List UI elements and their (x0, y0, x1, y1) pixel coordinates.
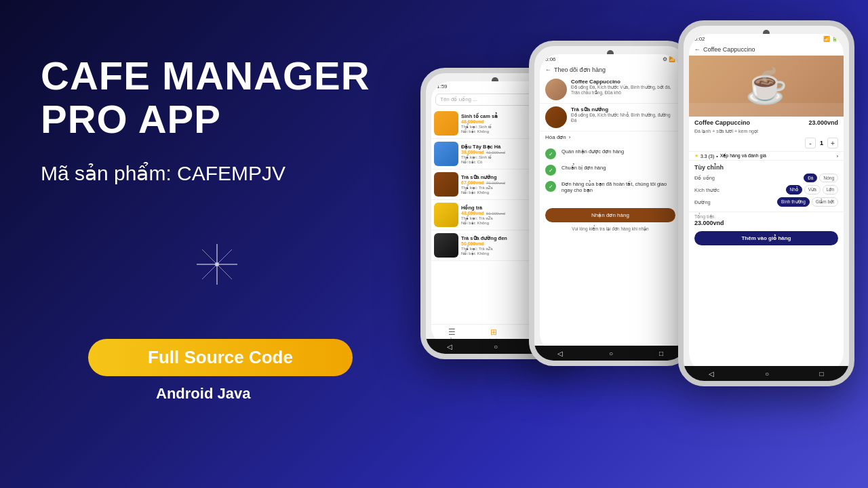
android-back[interactable]: ◁ (447, 343, 452, 350)
product-code: Mã sản phẩm: CAFEMPJV (41, 161, 420, 185)
coffee-image: ☕ (689, 56, 844, 117)
menu-item-4-price: 48.000vnd (461, 211, 484, 216)
detail-title-row: Coffee Cappuccino 23.000vnd (689, 117, 844, 129)
kich-thuoc-row: Kích thước Nhỏ Vừa Lớn (694, 185, 838, 195)
step-3-text: Đơn hàng của bạn đã hoàn tất, chúng tôi … (561, 181, 675, 193)
phone3-header: ← Coffee Cappuccino (689, 43, 844, 56)
cta-label: Full Source Code (148, 347, 293, 368)
opt-giam-bot[interactable]: Giảm bớt (812, 197, 838, 207)
the-loai-icon: ☰ (448, 327, 456, 337)
add-to-cart-button[interactable]: Thêm vào giỏ hàng (694, 231, 838, 245)
step-2-dot: ✓ (545, 165, 556, 176)
phone2-mockup: 5:06 ⚙ 📶 ← Theo dõi đơn hàng Coffee Capp… (529, 41, 692, 366)
android-home[interactable]: ○ (494, 343, 498, 350)
order-item-1-text: Coffee Cappuccino Đồ uống Đá, Kích thước… (571, 79, 675, 96)
order-item-1-desc: Đồ uống Đá, Kích thước Vừa, Bình thường,… (571, 85, 675, 96)
decorative-star (197, 244, 237, 287)
confirm-label: Nhận đơn hàng (591, 212, 629, 218)
phone2-time: 5:06 (545, 56, 556, 62)
phone3-time: 5:02 (694, 36, 705, 42)
duong-row: Đường Bình thường Giảm bớt (694, 197, 838, 207)
back-arrow[interactable]: ← (545, 66, 551, 73)
quantity-row: - 1 + (689, 136, 844, 150)
detail-title: Coffee Cappuccino (703, 46, 755, 53)
phone3-android-nav: ◁ ○ □ (684, 366, 849, 381)
phone1-search-placeholder: Tên đồ uống ... (440, 96, 477, 102)
svg-point-4 (215, 262, 219, 266)
do-uong-label: Đồ uống (694, 175, 715, 181)
kich-thuoc-label: Kích thước (694, 187, 719, 193)
app-title: CAFE MANAGER PRO APP (41, 54, 420, 141)
qty-minus[interactable]: - (805, 138, 816, 148)
cta-button[interactable]: Full Source Code (88, 339, 353, 376)
android-home-3[interactable]: ○ (765, 370, 769, 378)
order-item-1: Coffee Cappuccino Đồ uống Đá, Kích thước… (540, 76, 681, 104)
rating-chevron: › (837, 154, 838, 159)
step-2-text: Chuẩn bị đơn hàng (561, 165, 606, 171)
step-1-dot: ✓ (545, 148, 556, 159)
step-1: ✓ Quán nhận được đơn hàng (545, 148, 675, 159)
menu-item-3-price: 67.000vnd (461, 180, 484, 185)
phone3-icons: 📶 🔋 (823, 36, 838, 42)
invoice-arrow: › (569, 134, 571, 140)
subtitle: Android Java (156, 385, 250, 403)
order-item-2-name: Trà sữa nướng (571, 106, 675, 113)
menu-item-3-old-price: 70.000vnd (486, 181, 505, 185)
qty-value: 1 (820, 140, 823, 146)
phones-container: 1:59 ⚙ 📶 Tên đồ uống ... Sinh tố cam sả … (393, 0, 868, 488)
qty-plus[interactable]: + (827, 138, 838, 148)
total-amount: 23.000vnd (694, 220, 838, 226)
opt-lon[interactable]: Lớn (823, 185, 838, 195)
android-back-2[interactable]: ◁ (557, 350, 563, 357)
coffee-emoji: ☕ (745, 66, 787, 106)
detail-product-price: 23.000vnd (808, 119, 838, 126)
phone3-mockup: 5:02 📶 🔋 ← Coffee Cappuccino ☕ Coffee Ca… (678, 20, 854, 386)
order-item-1-name: Coffee Cappuccino (571, 79, 675, 85)
do-uong-options: Đá Nóng (804, 174, 838, 182)
star-icon: ★ (694, 153, 698, 159)
menu-item-2-old-price: 42.000vnd (486, 150, 505, 155)
do-uong-row: Đồ uống Đá Nóng (694, 174, 838, 182)
phone2-icons: ⚙ 📶 (663, 56, 675, 62)
duong-options: Bình thường Giảm bớt (777, 197, 838, 207)
android-recent-3[interactable]: □ (820, 370, 824, 378)
menu-item-2-price: 38.000vnd (461, 150, 484, 155)
phone3-status-bar: 5:02 📶 🔋 (689, 34, 844, 43)
left-panel: CAFE MANAGER PRO APP Mã sản phẩm: CAFEMP… (41, 54, 420, 219)
opt-vua[interactable]: Vừa (804, 185, 821, 195)
opt-da[interactable]: Đá (804, 174, 817, 182)
menu-item-4-img (434, 203, 458, 227)
invoice-label: Hóa đơn (545, 134, 566, 140)
detail-back[interactable]: ← (694, 46, 701, 53)
customize-title: Tùy chỉnh (694, 164, 838, 171)
do-uong-icon: ⊞ (490, 327, 497, 337)
android-back-3[interactable]: ◁ (709, 370, 714, 378)
confirm-button[interactable]: Nhận đơn hàng (545, 208, 675, 222)
detail-product-name: Coffee Cappuccino (694, 119, 750, 126)
order-item-2-desc: Đồ uống Đá, Kích thước Nhỏ, Bình thường,… (571, 113, 675, 124)
invoice-button[interactable]: Hóa đơn › (545, 134, 675, 140)
opt-nho[interactable]: Nhỏ (786, 185, 802, 195)
rating-row[interactable]: ★ 3.3 (3) • Xếp hàng và đánh giá › (689, 151, 844, 161)
menu-item-3-img (434, 172, 458, 197)
step-3: ✓ Đơn hàng của bạn đã hoàn tất, chúng tô… (545, 181, 675, 193)
rating-label: Xếp hàng và đánh giá (720, 153, 766, 159)
kich-thuoc-options: Nhỏ Vừa Lớn (786, 185, 839, 195)
phone2-screen: 5:06 ⚙ 📶 ← Theo dõi đơn hàng Coffee Capp… (540, 54, 681, 352)
order-title: Theo dõi đơn hàng (554, 66, 606, 73)
order-item-2-text: Trà sữa nướng Đồ uống Đá, Kích thước Nhỏ… (571, 106, 675, 124)
menu-item-1-img (434, 111, 458, 136)
detail-description: Đá lạnh + sữa tươi + kem ngọt (689, 129, 844, 136)
rating-separator: • (716, 154, 717, 159)
menu-item-5-img (434, 233, 458, 258)
duong-label: Đường (694, 199, 711, 205)
order-item-1-img (545, 79, 567, 100)
order-item-2-img (545, 106, 567, 128)
opt-nong[interactable]: Nóng (819, 174, 838, 182)
phone2-android-nav: ◁ ○ □ (534, 346, 686, 361)
menu-item-4-old-price: 60.000vnd (486, 211, 505, 216)
opt-binh-thuong[interactable]: Bình thường (777, 197, 810, 207)
android-home-2[interactable]: ○ (609, 350, 613, 357)
total-row: Tổng tiền 23.000vnd (689, 211, 844, 228)
android-recent-2[interactable]: □ (659, 350, 663, 357)
